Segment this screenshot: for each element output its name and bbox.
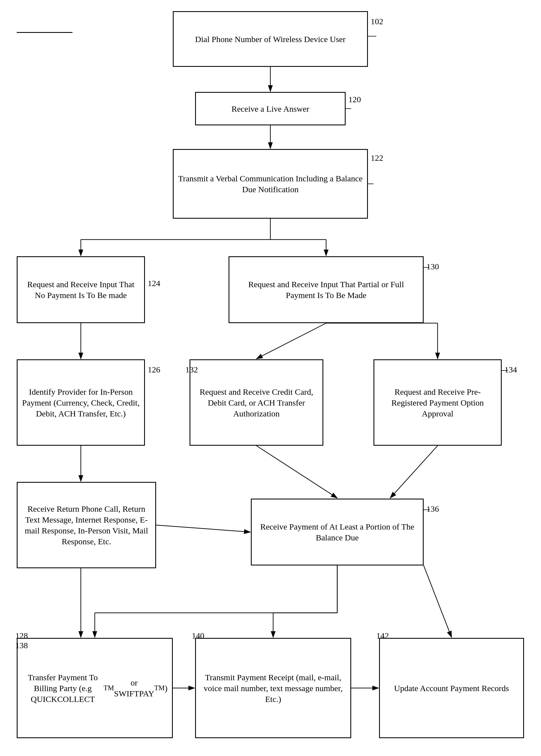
ref-102: 102 [371, 17, 383, 26]
box-124: Request and Receive Input That No Paymen… [17, 256, 145, 323]
box-102: Dial Phone Number of Wireless Device Use… [173, 11, 368, 67]
svg-line-24 [424, 566, 451, 637]
box-136: Receive Payment of At Least a Portion of… [251, 499, 424, 566]
ref-136: 136 [426, 504, 439, 514]
ref-132: 132 [185, 365, 198, 375]
ref-142: 142 [376, 631, 389, 640]
ref-140: 140 [192, 631, 204, 640]
ref-130: 130 [426, 262, 439, 271]
box-120: Receive a Live Answer [195, 92, 345, 126]
box-134: Request and Receive Pre-Registered Payme… [373, 359, 502, 446]
diagram-container: Dial Phone Number of Wireless Device Use… [0, 0, 541, 756]
ref-120: 120 [348, 95, 361, 104]
ref-126: 126 [148, 365, 160, 375]
box-130: Request and Receive Input That Partial o… [229, 256, 424, 323]
box-132: Request and Receive Credit Card, Debit C… [190, 359, 323, 446]
ref-134: 134 [504, 365, 517, 375]
svg-line-16 [156, 525, 250, 532]
ref-124: 124 [148, 279, 160, 288]
svg-line-14 [257, 446, 337, 498]
box-126: Identify Provider for In-Person Payment … [17, 359, 145, 446]
box-140: Transmit Payment Receipt (mail, e-mail, … [195, 638, 351, 738]
box-128: Transfer Payment To Billing Party (e.g Q… [17, 638, 173, 738]
figure-underline [17, 32, 73, 33]
svg-line-15 [390, 446, 438, 498]
box-142: Update Account Payment Records [379, 638, 524, 738]
box-122: Transmit a Verbal Communication Includin… [173, 149, 368, 219]
ref-122: 122 [371, 153, 383, 163]
svg-line-10 [257, 323, 326, 359]
box-left-return: Receive Return Phone Call, Return Text M… [17, 482, 156, 568]
ref-128: 128 [15, 631, 28, 640]
ref-138: 138 [15, 641, 28, 650]
